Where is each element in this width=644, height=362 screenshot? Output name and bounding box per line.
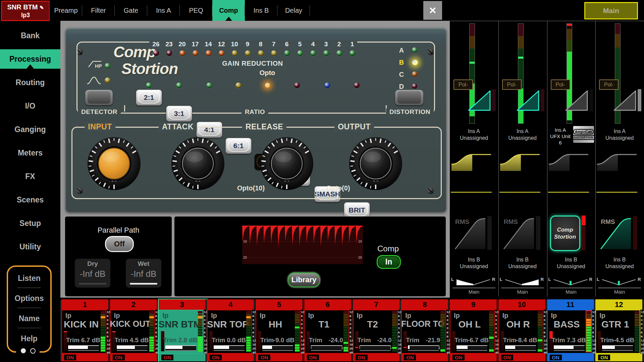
on-button[interactable]: ON [501,355,513,360]
channel-strip-7[interactable]: 7IpT2Trim-24.0 dB1263036912162040ON [353,299,401,362]
filter-graph[interactable] [548,152,589,182]
comp-graph[interactable] [454,216,487,250]
bank-D[interactable]: D [399,83,404,90]
on-button[interactable]: ON [404,355,416,360]
tab-insb[interactable]: Ins B [245,0,277,21]
close-button[interactable]: ✕ [423,1,442,20]
trim-slider[interactable] [117,345,148,351]
ratio-button-brit[interactable]: BRIT [344,202,370,218]
comp-graph[interactable] [502,216,535,250]
trim-slider[interactable] [602,345,633,351]
sidebar-item-options[interactable]: Options [8,290,50,306]
sidebar-item-routing[interactable]: Routing [0,73,60,92]
ins-b-slot[interactable]: Ins BUnassigned [547,256,595,270]
comp-in-button[interactable]: In [377,255,401,269]
comp-graph[interactable] [599,216,632,250]
dry-fader[interactable] [79,283,106,285]
channel-strip-4[interactable]: 4IpSNR TOPTrim0.0 dB1263036912162040ON [207,299,255,362]
page-dot-2[interactable] [30,348,36,354]
bank-C[interactable]: C [399,71,404,78]
channel-strip-5[interactable]: 5IpHHTrim-9.0 dB1263036912162040ON [256,299,304,362]
trim-slider[interactable] [214,345,245,351]
bank-B[interactable]: B [399,59,404,66]
ratio-button-3-1[interactable]: 3:1 [166,106,192,122]
trim-slider[interactable] [505,345,536,351]
wet-fader[interactable] [130,283,157,285]
on-button[interactable]: ON [598,355,610,360]
trim-slider[interactable] [311,345,342,351]
pan-control[interactable] [456,277,491,287]
on-button[interactable]: ON [258,355,270,360]
gate-graph[interactable] [467,89,491,111]
sidebar-item-fx[interactable]: FX [0,167,60,186]
wet-level-box[interactable]: Wet -Inf dB [126,259,161,288]
sidebar-item-processing[interactable]: Processing [0,49,60,69]
on-button[interactable]: ON [161,355,173,360]
peq-graph[interactable] [499,192,540,193]
channel-strip-6[interactable]: 6IpT1Trim-24.0 dB1263036912162040ON [304,299,353,362]
gate-graph[interactable] [613,89,637,111]
channel-strip-2[interactable]: 2IpKICK OUTTrim4.5 dB1263036912162040ON [110,299,158,362]
page-dot-1[interactable] [21,348,26,353]
polarity-button[interactable]: Pol- [599,79,619,90]
filter-graph[interactable] [451,152,492,182]
filter-graph[interactable] [499,152,540,182]
knob-input[interactable]: 012345678910 [86,135,143,192]
ins-a-slot[interactable]: Ins AUnassigned [595,128,644,141]
on-button[interactable]: ON [452,355,465,360]
distortion-button[interactable] [395,90,423,105]
polarity-button[interactable]: Pol- [502,79,522,90]
ins-b-slot[interactable]: Ins BUnassigned [498,256,547,270]
ins-b-slot[interactable]: Ins BUnassigned [450,256,498,270]
sidebar-item-io[interactable]: I/O [0,96,60,116]
library-button[interactable]: Library [288,273,320,287]
knob-release[interactable]: 012345678910 [258,135,315,192]
trim-slider[interactable] [360,345,390,351]
polarity-button[interactable]: Pol- [551,79,570,90]
channel-strip-9[interactable]: 9IpOH LTrim-6.7 dB1263036912162040ON [450,299,498,362]
sidebar-item-utility[interactable]: Utility [0,237,60,256]
on-button[interactable]: ON [210,355,222,360]
sidebar-item-help[interactable]: Help [8,330,50,347]
main-mix-button[interactable]: Main [584,2,638,19]
on-button[interactable]: ON [64,355,76,360]
trim-slider[interactable] [262,345,293,351]
sidebar-item-name[interactable]: Name [8,310,50,326]
tab-peq[interactable]: PEQ [180,0,212,21]
peq-graph[interactable] [451,192,492,193]
filter-graph[interactable] [596,152,637,182]
tab-preamp[interactable]: Preamp [50,0,82,21]
trim-slider[interactable] [68,345,99,351]
amp-cab-distortion-badge[interactable]: Amp+CabDISTORTION [573,126,594,143]
detector-button[interactable] [85,90,113,105]
channel-strip-3[interactable]: 3IpSNR BTMTrim2.8 dB1263036912162040ON [159,299,207,362]
compstortion-plugin-badge[interactable]: CompStortion [550,216,580,251]
peq-graph[interactable] [596,192,637,193]
sidebar-item-scenes[interactable]: Scenes [0,190,60,209]
on-button[interactable]: ON [550,355,562,360]
channel-strip-12[interactable]: 12IpGTR 1Trim-4.5 dB1263036912162040ON [595,299,644,362]
gate-graph[interactable] [516,89,540,111]
sidebar-item-listen[interactable]: Listen [8,270,50,286]
bank-A[interactable]: A [399,47,404,54]
gate-graph[interactable] [565,89,589,111]
on-button[interactable]: ON [113,355,125,360]
on-button[interactable]: ON [307,355,319,360]
ratio-button-2-1[interactable]: 2:1 [136,89,162,106]
trim-slider[interactable] [408,345,439,351]
channel-strip-11[interactable]: 11IpBASSTrim7.3 dB1263036912162040ON [547,299,595,362]
ins-a-slot[interactable]: Ins AUFX Unit6 [548,127,573,146]
ins-a-slot[interactable]: Ins AUnassigned [450,128,498,141]
peq-graph[interactable] [548,192,589,193]
pan-control[interactable] [504,277,539,287]
channel-strip-8[interactable]: 8IpFLOOR TOTrim-21.9 dB1263036912162040O… [401,299,449,362]
current-channel-button[interactable]: SNR BTM ✎ Ip3 [1,1,50,21]
sidebar-item-ganging[interactable]: Ganging [0,120,60,139]
on-button[interactable]: ON [356,355,368,360]
tab-gate[interactable]: Gate [115,0,147,21]
sidebar-item-bank[interactable]: Bank [0,26,60,45]
trim-slider[interactable] [554,345,585,351]
tab-comp[interactable]: Comp [212,0,245,21]
channel-strip-10[interactable]: 10IpOH RTrim-8.4 dB1263036912162040ON [498,299,547,362]
ins-a-slot[interactable]: Ins AUnassigned [498,128,547,141]
